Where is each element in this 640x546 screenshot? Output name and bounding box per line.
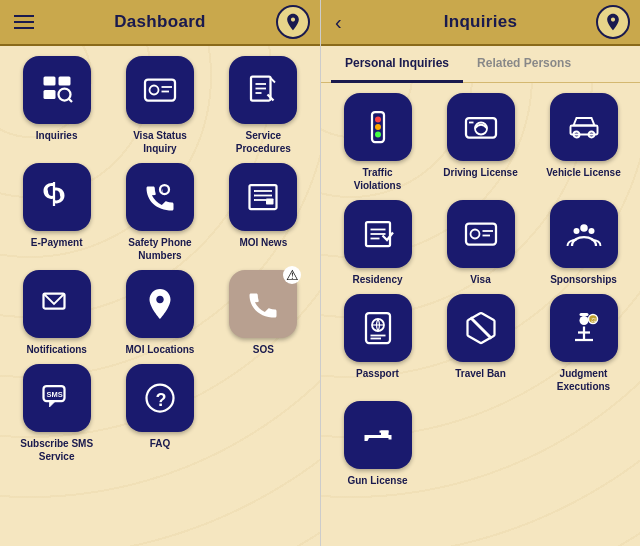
notifications-label: Notifications [26, 343, 87, 356]
visa-status-icon-box [126, 56, 194, 124]
left-grid-container: Inquiries Visa StatusInquiry ServiceProc… [0, 46, 320, 546]
svg-point-42 [470, 230, 479, 239]
right-item-driving[interactable]: Driving License [432, 93, 529, 192]
left-panel: Dashboard Inquiries Visa StatusInquiry [0, 0, 320, 546]
moi-news-icon-box [229, 163, 297, 231]
svg-rect-17 [250, 185, 277, 209]
vehicle-label: Vehicle License [546, 166, 621, 179]
notifications-icon-box [23, 270, 91, 338]
epayment-icon-box [23, 163, 91, 231]
svg-point-45 [580, 224, 588, 232]
left-grid: Inquiries Visa StatusInquiry ServiceProc… [8, 56, 312, 463]
svg-point-46 [573, 228, 579, 234]
left-item-safety[interactable]: i Safety PhoneNumbers [111, 163, 208, 262]
back-button[interactable]: ‹ [335, 11, 342, 34]
traffic-icon-box [344, 93, 412, 161]
svg-point-29 [375, 124, 381, 130]
left-item-service[interactable]: ServiceProcedures [215, 56, 312, 155]
tab-related[interactable]: Related Persons [463, 46, 585, 83]
svg-rect-56 [579, 313, 588, 316]
locations-icon-box [126, 270, 194, 338]
svg-point-3 [58, 89, 70, 101]
right-item-vehicle[interactable]: Vehicle License [535, 93, 632, 192]
epayment-label: E-Payment [31, 236, 83, 249]
right-grid: TrafficViolations Driving License [329, 93, 632, 487]
residency-icon-box [344, 200, 412, 268]
inquiries-label: Inquiries [36, 129, 78, 142]
judgment-icon-box: ⚖ [550, 294, 618, 362]
hamburger-menu[interactable] [14, 15, 34, 29]
travel-ban-label: Travel Ban [455, 367, 506, 380]
safety-icon-box: i [126, 163, 194, 231]
svg-point-47 [588, 228, 594, 234]
svg-point-28 [375, 117, 381, 123]
right-panel: ‹ Inquiries Personal Inquiries Related P… [320, 0, 640, 546]
inquiry-tabs: Personal Inquiries Related Persons [321, 46, 640, 83]
judgment-label: JudgmentExecutions [557, 367, 610, 393]
sos-alert: ⚠ [283, 266, 301, 284]
visa-label: Visa [470, 273, 490, 286]
travel-ban-icon-box [447, 294, 515, 362]
locations-label: MOI Locations [126, 343, 195, 356]
sponsorships-label: Sponsorships [550, 273, 617, 286]
left-badge-icon[interactable] [276, 5, 310, 39]
gun-icon-box [344, 401, 412, 469]
residency-label: Residency [352, 273, 402, 286]
svg-rect-59 [379, 431, 388, 433]
left-item-moi-news[interactable]: MOI News [215, 163, 312, 262]
visa-icon-box [447, 200, 515, 268]
inquiries-icon-box [23, 56, 91, 124]
svg-point-54 [579, 316, 588, 325]
right-item-judgment[interactable]: ⚖ JudgmentExecutions [535, 294, 632, 393]
sponsorships-icon-box [550, 200, 618, 268]
sos-icon-box: ⚠ [229, 270, 297, 338]
right-header-title: Inquiries [444, 12, 518, 32]
svg-text:SMS: SMS [46, 390, 62, 399]
sos-label: SOS [253, 343, 274, 356]
right-item-passport[interactable]: Passport [329, 294, 426, 393]
passport-icon-box [344, 294, 412, 362]
passport-label: Passport [356, 367, 399, 380]
driving-icon-box [447, 93, 515, 161]
gun-label: Gun License [347, 474, 407, 487]
left-item-faq[interactable]: ? FAQ [111, 364, 208, 463]
right-item-gun[interactable]: Gun License [329, 401, 426, 487]
left-item-visa-status[interactable]: Visa StatusInquiry [111, 56, 208, 155]
service-label: ServiceProcedures [236, 129, 291, 155]
right-item-traffic[interactable]: TrafficViolations [329, 93, 426, 192]
faq-icon-box: ? [126, 364, 194, 432]
left-item-sms[interactable]: SMS Subscribe SMSService [8, 364, 105, 463]
svg-text:?: ? [155, 390, 166, 410]
left-item-sos[interactable]: ⚠ SOS [215, 270, 312, 356]
svg-line-4 [69, 99, 72, 102]
visa-status-label: Visa StatusInquiry [133, 129, 187, 155]
svg-rect-21 [266, 199, 274, 205]
svg-point-6 [149, 86, 158, 95]
sms-icon-box: SMS [23, 364, 91, 432]
svg-text:i: i [161, 188, 162, 194]
left-header-title: Dashboard [114, 12, 206, 32]
right-item-visa[interactable]: Visa [432, 200, 529, 286]
svg-rect-1 [58, 77, 70, 86]
left-item-notifications[interactable]: Notifications [8, 270, 105, 356]
service-icon-box [229, 56, 297, 124]
left-item-inquiries[interactable]: Inquiries [8, 56, 105, 155]
tab-personal[interactable]: Personal Inquiries [331, 46, 463, 83]
right-item-travel-ban[interactable]: Travel Ban [432, 294, 529, 393]
left-item-locations[interactable]: MOI Locations [111, 270, 208, 356]
svg-rect-0 [43, 77, 55, 86]
svg-point-30 [375, 132, 381, 138]
left-header: Dashboard [0, 0, 320, 46]
safety-label: Safety PhoneNumbers [128, 236, 191, 262]
right-badge-icon[interactable] [596, 5, 630, 39]
right-header: ‹ Inquiries [321, 0, 640, 46]
traffic-label: TrafficViolations [354, 166, 402, 192]
left-item-epayment[interactable]: E-Payment [8, 163, 105, 262]
svg-line-53 [470, 318, 491, 339]
right-grid-container: TrafficViolations Driving License [321, 83, 640, 546]
svg-rect-2 [43, 90, 55, 99]
right-item-residency[interactable]: Residency [329, 200, 426, 286]
sms-label: Subscribe SMSService [20, 437, 93, 463]
driving-label: Driving License [443, 166, 517, 179]
right-item-sponsorships[interactable]: Sponsorships [535, 200, 632, 286]
